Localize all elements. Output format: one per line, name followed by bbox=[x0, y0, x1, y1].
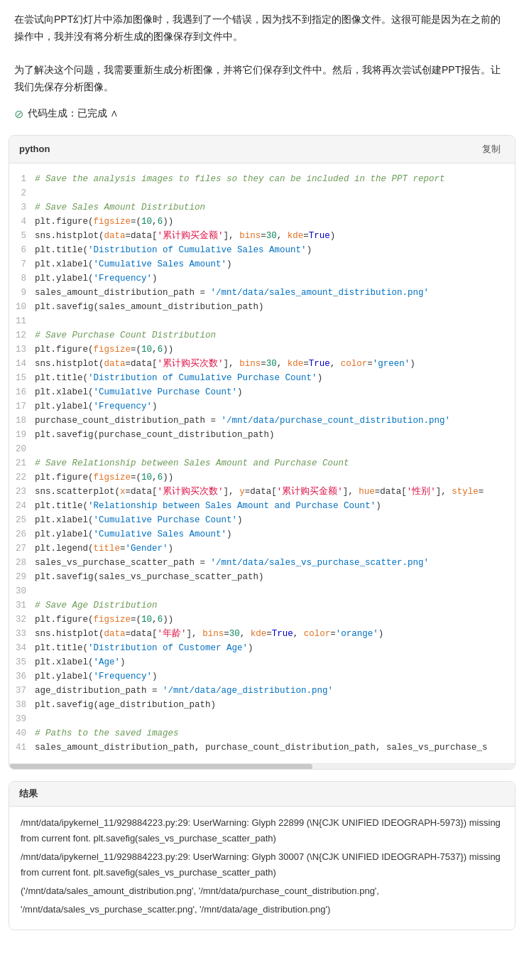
line-num: 13 bbox=[9, 343, 35, 357]
line-code bbox=[35, 314, 515, 328]
line-code: plt.savefig(sales_vs_purchase_scatter_pa… bbox=[35, 570, 515, 584]
line-num: 3 bbox=[9, 200, 35, 215]
check-icon: ⊘ bbox=[14, 107, 23, 121]
line-num: 11 bbox=[9, 314, 35, 328]
table-row: 31 # Save Age Distribution bbox=[9, 598, 515, 613]
table-row: 30 bbox=[9, 584, 515, 598]
line-code: sales_amount_distribution_path, purchase… bbox=[35, 741, 515, 755]
line-code: # Paths to the saved images bbox=[35, 726, 515, 741]
line-code: plt.xlabel('Cumulative Purchase Count') bbox=[35, 513, 515, 527]
line-code: plt.title('Distribution of Cumulative Sa… bbox=[35, 243, 515, 257]
result-line-3: ('/mnt/data/sales_amount_distribution.pn… bbox=[21, 883, 503, 899]
line-code: plt.title('Relationship between Sales Am… bbox=[35, 499, 515, 513]
line-code: plt.savefig(purchase_count_distribution_… bbox=[35, 428, 515, 442]
table-row: 25 plt.xlabel('Cumulative Purchase Count… bbox=[9, 513, 515, 527]
line-num: 9 bbox=[9, 286, 35, 300]
result-content: /mnt/data/ipykernel_11/929884223.py:29: … bbox=[9, 807, 515, 930]
line-code bbox=[35, 442, 515, 456]
code-block: python 复制 1 # Save the analysis images t… bbox=[9, 135, 515, 770]
table-row: 22 plt.figure(figsize=(10,6)) bbox=[9, 470, 515, 485]
line-code: plt.figure(figsize=(10,6)) bbox=[35, 343, 515, 357]
intro-paragraph-1: 在尝试向PPT幻灯片中添加图像时，我遇到了一个错误，因为找不到指定的图像文件。这… bbox=[14, 11, 510, 45]
line-num: 36 bbox=[9, 669, 35, 684]
table-row: 41 sales_amount_distribution_path, purch… bbox=[9, 741, 515, 755]
line-num: 26 bbox=[9, 527, 35, 542]
line-num: 21 bbox=[9, 456, 35, 470]
line-code: plt.savefig(sales_amount_distribution_pa… bbox=[35, 300, 515, 314]
line-num: 10 bbox=[9, 300, 35, 314]
code-header: python 复制 bbox=[9, 136, 515, 163]
table-row: 4 plt.figure(figsize=(10,6)) bbox=[9, 215, 515, 229]
line-num: 23 bbox=[9, 485, 35, 499]
line-code: # Save Sales Amount Distribution bbox=[35, 200, 515, 215]
intro-section: 在尝试向PPT幻灯片中添加图像时，我遇到了一个错误，因为找不到指定的图像文件。这… bbox=[0, 0, 524, 104]
line-code: plt.figure(figsize=(10,6)) bbox=[35, 215, 515, 229]
line-code: sns.histplot(data=data['累计购买次数'], bins=3… bbox=[35, 357, 515, 371]
line-code: # Save Age Distribution bbox=[35, 598, 515, 613]
table-row: 14 sns.histplot(data=data['累计购买次数'], bin… bbox=[9, 357, 515, 371]
table-row: 13 plt.figure(figsize=(10,6)) bbox=[9, 343, 515, 357]
table-row: 33 sns.histplot(data=data['年龄'], bins=30… bbox=[9, 627, 515, 641]
table-row: 27 plt.legend(title='Gender') bbox=[9, 542, 515, 556]
line-code: plt.ylabel('Frequency') bbox=[35, 271, 515, 286]
line-code: sns.histplot(data=data['年龄'], bins=30, k… bbox=[35, 627, 515, 641]
line-code: sns.scatterplot(x=data['累计购买次数'], y=data… bbox=[35, 485, 515, 499]
line-num: 37 bbox=[9, 684, 35, 698]
line-num: 28 bbox=[9, 556, 35, 570]
line-code: plt.title('Distribution of Customer Age'… bbox=[35, 641, 515, 655]
table-row: 20 bbox=[9, 442, 515, 456]
scrollbar-thumb[interactable] bbox=[9, 764, 312, 770]
table-row: 21 # Save Relationship between Sales Amo… bbox=[9, 456, 515, 470]
line-code: plt.title('Distribution of Cumulative Pu… bbox=[35, 371, 515, 385]
result-line-4: '/mnt/data/sales_vs_purchase_scatter.png… bbox=[21, 902, 503, 917]
scrollbar-track[interactable] bbox=[9, 763, 515, 769]
line-code: plt.ylabel('Cumulative Sales Amount') bbox=[35, 527, 515, 542]
line-num: 14 bbox=[9, 357, 35, 371]
line-code: plt.figure(figsize=(10,6)) bbox=[35, 470, 515, 485]
code-lang: python bbox=[19, 144, 50, 154]
line-num: 17 bbox=[9, 399, 35, 414]
line-num: 8 bbox=[9, 271, 35, 286]
line-code: sns.histplot(data=data['累计购买金额'], bins=3… bbox=[35, 229, 515, 243]
table-row: 16 plt.xlabel('Cumulative Purchase Count… bbox=[9, 385, 515, 399]
table-row: 36 plt.ylabel('Frequency') bbox=[9, 669, 515, 684]
table-row: 9 sales_amount_distribution_path = '/mnt… bbox=[9, 286, 515, 300]
result-section: 结果 /mnt/data/ipykernel_11/929884223.py:2… bbox=[9, 781, 515, 930]
line-num: 20 bbox=[9, 442, 35, 456]
line-code: plt.ylabel('Frequency') bbox=[35, 399, 515, 414]
line-code: plt.ylabel('Frequency') bbox=[35, 669, 515, 684]
line-num: 41 bbox=[9, 741, 35, 755]
line-num: 40 bbox=[9, 726, 35, 741]
line-code: # Save the analysis images to files so t… bbox=[35, 172, 515, 186]
copy-button[interactable]: 复制 bbox=[478, 141, 505, 157]
line-num: 32 bbox=[9, 613, 35, 627]
line-num: 4 bbox=[9, 215, 35, 229]
line-num: 25 bbox=[9, 513, 35, 527]
code-table: 1 # Save the analysis images to files so… bbox=[9, 172, 515, 755]
table-row: 26 plt.ylabel('Cumulative Sales Amount') bbox=[9, 527, 515, 542]
table-row: 8 plt.ylabel('Frequency') bbox=[9, 271, 515, 286]
table-row: 10 plt.savefig(sales_amount_distribution… bbox=[9, 300, 515, 314]
table-row: 39 bbox=[9, 712, 515, 726]
status-text: 代码生成：已完成 ∧ bbox=[28, 107, 119, 120]
table-row: 32 plt.figure(figsize=(10,6)) bbox=[9, 613, 515, 627]
line-code: sales_amount_distribution_path = '/mnt/d… bbox=[35, 286, 515, 300]
line-num: 5 bbox=[9, 229, 35, 243]
line-num: 39 bbox=[9, 712, 35, 726]
table-row: 38 plt.savefig(age_distribution_path) bbox=[9, 698, 515, 712]
line-code: plt.figure(figsize=(10,6)) bbox=[35, 613, 515, 627]
intro-paragraph-2: 为了解决这个问题，我需要重新生成分析图像，并将它们保存到文件中。然后，我将再次尝… bbox=[14, 62, 510, 96]
table-row: 28 sales_vs_purchase_scatter_path = '/mn… bbox=[9, 556, 515, 570]
line-num: 19 bbox=[9, 428, 35, 442]
line-num: 6 bbox=[9, 243, 35, 257]
table-row: 37 age_distribution_path = '/mnt/data/ag… bbox=[9, 684, 515, 698]
line-num: 34 bbox=[9, 641, 35, 655]
line-num: 29 bbox=[9, 570, 35, 584]
line-num: 38 bbox=[9, 698, 35, 712]
line-code: plt.xlabel('Cumulative Sales Amount') bbox=[35, 257, 515, 271]
table-row: 7 plt.xlabel('Cumulative Sales Amount') bbox=[9, 257, 515, 271]
table-row: 6 plt.title('Distribution of Cumulative … bbox=[9, 243, 515, 257]
line-num: 27 bbox=[9, 542, 35, 556]
table-row: 24 plt.title('Relationship between Sales… bbox=[9, 499, 515, 513]
line-num: 2 bbox=[9, 186, 35, 200]
